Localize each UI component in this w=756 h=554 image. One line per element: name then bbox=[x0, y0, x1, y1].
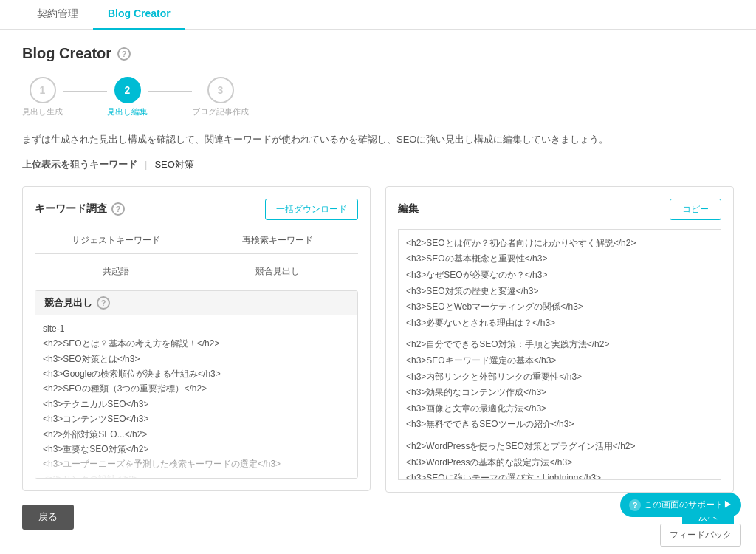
nav-keiyaku[interactable]: 契約管理 bbox=[22, 0, 93, 30]
sub-panel-line: <h3>テクニカルSEO</h3> bbox=[43, 397, 350, 411]
tabs-row-1: サジェストキーワード 再検索キーワード bbox=[35, 229, 358, 254]
sub-panel-line: <h2>外部対策SEO...</h2> bbox=[43, 427, 350, 442]
left-panel-header: キーワード調査 ? 一括ダウンロード bbox=[35, 199, 358, 220]
right-panel-line: <h3>SEOに強いテーマの選び方：Lightning</h3> bbox=[406, 471, 713, 480]
back-button[interactable]: 戻る bbox=[22, 505, 74, 530]
sub-panel-line: <h3>Googleの検索順位が決まる仕組み</h3> bbox=[43, 366, 350, 381]
page-title-row: Blog Creator ? bbox=[22, 45, 734, 62]
right-panel-line: <h3>画像と文章の最適化方法</h3> bbox=[406, 401, 713, 417]
sub-panel-content[interactable]: site-1<h2>SEOとは？基本の考え方を解説！</h2><h3>SEO対策… bbox=[35, 315, 357, 478]
page-container: Blog Creator ? 1 見出し生成 2 見出し編集 3 ブログ記事作成… bbox=[0, 30, 756, 544]
tabs-row-2: 共起語 競合見出し bbox=[35, 260, 358, 283]
tab-related[interactable]: 再検索キーワード bbox=[196, 229, 358, 253]
sub-panel-help-icon[interactable]: ? bbox=[97, 296, 110, 310]
step-line-1 bbox=[63, 91, 107, 92]
keyword-label-row: 上位表示を狙うキーワード | SEO対策 bbox=[22, 158, 734, 171]
sub-panel-line: <h3>リンクの設計</h3> bbox=[43, 472, 350, 478]
right-panel-line: <h3>無料でできるSEOツールの紹介</h3> bbox=[406, 417, 713, 433]
tab-midashi[interactable]: 競合見出し bbox=[196, 260, 358, 283]
tab-suggest[interactable]: サジェストキーワード bbox=[35, 229, 196, 253]
sub-panel: 競合見出し ? site-1<h2>SEOとは？基本の考え方を解説！</h2><… bbox=[35, 290, 358, 479]
sub-panel-header: 競合見出し ? bbox=[35, 291, 357, 315]
step-3: 3 ブログ記事作成 bbox=[192, 77, 249, 117]
feedback-button[interactable]: フィードバック bbox=[660, 524, 741, 544]
stepper: 1 見出し生成 2 見出し編集 3 ブログ記事作成 bbox=[22, 77, 734, 117]
right-panel-line: <h3>内部リンクと外部リンクの重要性</h3> bbox=[406, 369, 713, 386]
right-panel-line: <h3>効果的なコンテンツ作成</h3> bbox=[406, 385, 713, 401]
left-panel: キーワード調査 ? 一括ダウンロード サジェストキーワード 再検索キーワード 共… bbox=[22, 186, 371, 491]
page-help-icon[interactable]: ? bbox=[117, 47, 131, 61]
right-panel-line bbox=[406, 331, 713, 337]
right-panel: 編集 コピー <h2>SEOとは何か？初心者向けにわかりやすく解説</h2><h… bbox=[385, 186, 734, 493]
right-panel-line: <h3>WordPressの基本的な設定方法</h3> bbox=[406, 455, 713, 471]
tab-kyoki[interactable]: 共起語 bbox=[35, 260, 196, 283]
right-panel-header: 編集 コピー bbox=[398, 199, 721, 220]
step-1-circle: 1 bbox=[30, 77, 56, 103]
right-panel-line: <h3>SEOキーワード選定の基本</h3> bbox=[406, 353, 713, 369]
left-panel-title-row: キーワード調査 ? bbox=[35, 202, 125, 216]
right-panel-line: <h2>SEOとは何か？初心者向けにわかりやすく解説</h2> bbox=[406, 236, 713, 252]
sub-panel-line: <h2>SEOの種類（3つの重要指標）</h2> bbox=[43, 381, 350, 396]
right-panel-line: <h3>SEO対策の歴史と変遷</h3> bbox=[406, 284, 713, 300]
right-panel-line: <h3>なぜSEOが必要なのか？</h3> bbox=[406, 267, 713, 284]
step-2-label: 見出し編集 bbox=[107, 106, 148, 117]
step-2: 2 見出し編集 bbox=[107, 77, 148, 117]
right-panel-line: <h2>自分でできるSEO対策：手順と実践方法</h2> bbox=[406, 337, 713, 353]
step-3-circle: 3 bbox=[207, 77, 234, 103]
main-columns: キーワード調査 ? 一括ダウンロード サジェストキーワード 再検索キーワード 共… bbox=[22, 186, 734, 493]
sub-panel-line: site-1 bbox=[43, 321, 350, 336]
sub-panel-line: <h3>コンテンツSEO</h3> bbox=[43, 411, 350, 426]
sub-panel-line: <h3>SEO対策とは</h3> bbox=[43, 352, 350, 366]
top-nav: 契約管理 Blog Creator bbox=[0, 0, 756, 30]
copy-button[interactable]: コピー bbox=[670, 199, 721, 220]
step-line-2 bbox=[148, 91, 192, 92]
page-title: Blog Creator bbox=[22, 45, 111, 62]
support-btn-label: この画面のサポート▶ bbox=[644, 499, 732, 511]
left-panel-help-icon[interactable]: ? bbox=[111, 202, 125, 216]
sub-panel-title: 競合見出し bbox=[44, 296, 92, 310]
sub-panel-line: <h3>ユーザーニーズを予測した検索キーワードの選定</h3> bbox=[43, 456, 350, 471]
step-1-label: 見出し生成 bbox=[22, 106, 63, 117]
description-text: まずは生成された見出し構成を確認して、関連キーワードが使われているかを確認し、S… bbox=[22, 132, 734, 148]
right-panel-line: <h3>SEOとWebマーケティングの関係</h3> bbox=[406, 299, 713, 315]
sub-panel-line: <h2>SEOとは？基本の考え方を解説！</h2> bbox=[43, 336, 350, 351]
keyword-divider: | bbox=[145, 159, 147, 170]
step-1: 1 見出し生成 bbox=[22, 77, 63, 117]
download-button[interactable]: 一括ダウンロード bbox=[265, 199, 358, 220]
nav-blog-creator[interactable]: Blog Creator bbox=[93, 0, 185, 30]
support-button[interactable]: ? この画面のサポート▶ bbox=[620, 493, 741, 517]
right-panel-content[interactable]: <h2>SEOとは何か？初心者向けにわかりやすく解説</h2><h3>SEOの基… bbox=[398, 229, 721, 480]
keyword-label: 上位表示を狙うキーワード bbox=[22, 158, 137, 171]
right-panel-line: <h3>必要ないとされる理由は？</h3> bbox=[406, 315, 713, 332]
right-panel-line: <h2>WordPressを使ったSEO対策とプラグイン活用</h2> bbox=[406, 439, 713, 455]
sub-panel-line: <h3>重要なSEO対策</h2> bbox=[43, 442, 350, 456]
step-3-label: ブログ記事作成 bbox=[192, 106, 249, 117]
right-panel-line: <h3>SEOの基本概念と重要性</h3> bbox=[406, 251, 713, 267]
step-2-circle: 2 bbox=[114, 77, 141, 103]
keyword-value: SEO対策 bbox=[154, 158, 193, 171]
left-panel-title: キーワード調査 bbox=[35, 202, 107, 216]
right-panel-line bbox=[406, 433, 713, 439]
right-panel-title: 編集 bbox=[398, 202, 419, 216]
question-circle-icon: ? bbox=[629, 499, 641, 511]
